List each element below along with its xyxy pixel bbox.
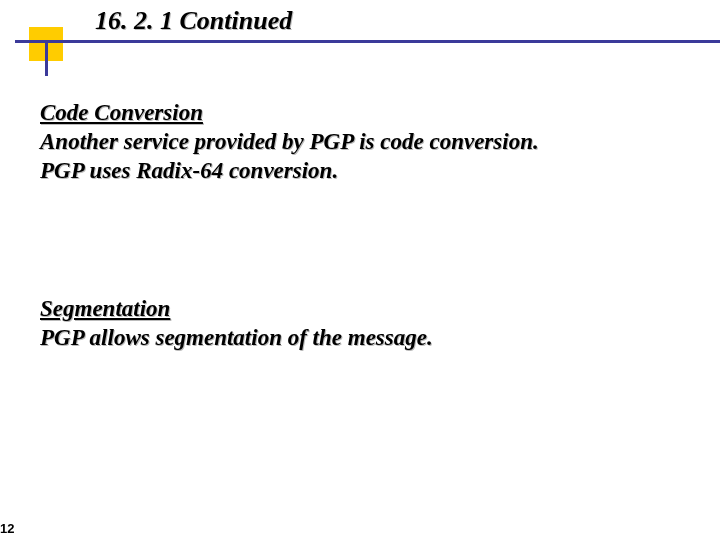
section-heading: Code Conversion [40, 100, 690, 126]
section-text-line: PGP uses Radix-64 conversion. [40, 157, 690, 186]
header-rule-vertical [45, 40, 48, 76]
section-segmentation: Segmentation PGP allows segmentation of … [40, 296, 690, 353]
header-rule-horizontal [15, 40, 720, 43]
slide-title: 16. 2. 1 Continued [95, 6, 292, 36]
section-heading: Segmentation [40, 296, 690, 322]
page-number: 12 [0, 521, 14, 536]
section-code-conversion: Code Conversion Another service provided… [40, 100, 690, 186]
section-text-line: PGP allows segmentation of the message. [40, 324, 690, 353]
section-text-line: Another service provided by PGP is code … [40, 128, 690, 157]
slide-body: Code Conversion Another service provided… [40, 100, 690, 352]
slide-header: 16. 2. 1 Continued [0, 0, 720, 60]
